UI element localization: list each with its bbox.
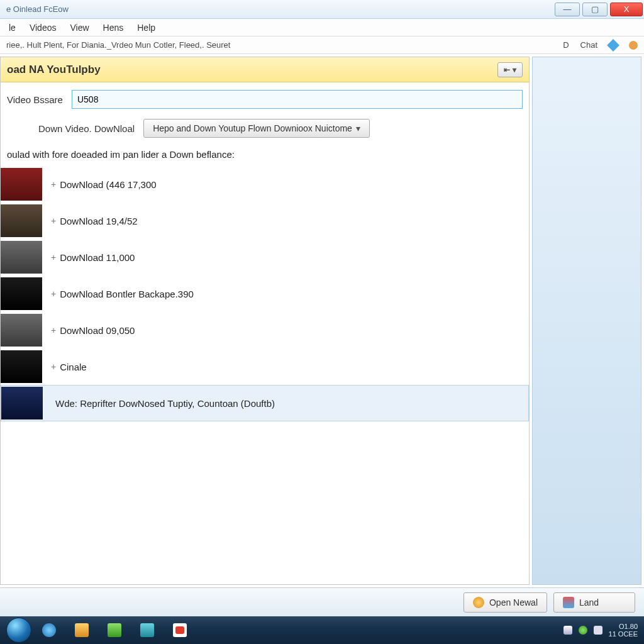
menu-file[interactable]: le xyxy=(9,23,16,33)
taskbar-explorer[interactable] xyxy=(67,619,97,641)
orb-icon[interactable] xyxy=(629,41,638,50)
clock-date: 11 OCEE xyxy=(609,630,638,638)
land-button[interactable]: Land xyxy=(553,592,635,613)
thumbnail-icon xyxy=(1,204,42,237)
list-item[interactable]: + DowNload 11,000 xyxy=(1,239,529,275)
list-item-selected[interactable]: Wde: Reprifter DowNosed Tuptiy, Countoan… xyxy=(1,385,529,421)
menu-view[interactable]: View xyxy=(70,23,89,33)
open-icon xyxy=(473,597,484,608)
window-buttons: — ▢ X xyxy=(553,3,644,16)
diamond-icon[interactable] xyxy=(607,39,619,52)
clock-time: O1.80 xyxy=(609,623,638,630)
menu-hens[interactable]: Hens xyxy=(103,23,124,33)
collapse-button[interactable]: ⇤ ▾ xyxy=(497,62,523,77)
bottom-bar: Open Newal Land xyxy=(0,587,644,616)
start-button[interactable] xyxy=(6,618,31,643)
ie-icon xyxy=(42,623,56,637)
item-label: Wde: Reprifter DowNosed Tuptiy, Countoan… xyxy=(55,398,275,409)
list-item[interactable]: + Cinale xyxy=(1,348,529,385)
folder-icon xyxy=(75,623,89,637)
open-button[interactable]: Open Newal xyxy=(464,592,547,613)
expand-icon[interactable]: + xyxy=(51,216,56,226)
list-item[interactable]: + DowNload 09,050 xyxy=(1,312,529,348)
app-icon xyxy=(108,623,121,637)
taskbar-ie[interactable] xyxy=(34,619,64,641)
download-label[interactable]: Down Video. DowNloal xyxy=(38,123,135,134)
preview-sidebar xyxy=(532,57,641,585)
toolbar: riee,. Hult Plent, For Diania._Vrdeo Mun… xyxy=(0,36,644,54)
expand-icon[interactable]: + xyxy=(51,325,56,335)
expand-icon[interactable]: + xyxy=(51,252,56,262)
land-label: Land xyxy=(579,597,599,608)
toolbar-path: riee,. Hult Plent, For Diania._Vrdeo Mun… xyxy=(6,40,230,50)
volume-icon[interactable] xyxy=(594,626,602,635)
expand-icon[interactable]: + xyxy=(51,179,56,189)
taskbar-app-green[interactable] xyxy=(99,619,130,641)
item-label: DowNload 11,000 xyxy=(60,252,135,263)
thumbnail-icon xyxy=(1,314,42,347)
youtube-icon xyxy=(173,623,187,637)
thumbnail-icon xyxy=(1,350,42,383)
app-icon xyxy=(140,623,154,637)
clock[interactable]: O1.80 11 OCEE xyxy=(609,623,638,638)
open-label: Open Newal xyxy=(489,597,538,608)
menu-help[interactable]: Help xyxy=(137,23,155,33)
network-icon[interactable] xyxy=(579,626,587,635)
list-item[interactable]: + DowNload 19,4/52 xyxy=(1,203,529,239)
quality-dropdown[interactable]: Hepo and Down Youtup Flown Downioox Nuic… xyxy=(143,119,370,138)
item-label: DowNload 09,050 xyxy=(60,325,135,336)
flag-icon[interactable] xyxy=(564,626,572,635)
titlebar: e Oinlead FcEow — ▢ X xyxy=(0,0,644,19)
item-label: DowNload Bontler Backape.390 xyxy=(60,289,194,299)
thumbnail-icon xyxy=(1,277,42,310)
taskbar: O1.80 11 OCEE xyxy=(0,616,644,644)
main-panel: oad NA YouTulpby ⇤ ▾ Video Bssare Down V… xyxy=(0,57,530,585)
land-icon xyxy=(563,597,574,608)
taskbar-youtube[interactable] xyxy=(165,619,195,641)
maximize-button[interactable]: ▢ xyxy=(582,3,608,16)
thumbnail-icon xyxy=(1,241,42,274)
section-header: oad NA YouTulpby ⇤ ▾ xyxy=(1,57,529,82)
url-label: Video Bssare xyxy=(7,94,63,105)
download-list: + DowNload (446 17,300 + DowNload 19,4/5… xyxy=(1,166,529,421)
taskbar-app-cyan[interactable] xyxy=(132,619,162,641)
minimize-button[interactable]: — xyxy=(555,3,580,16)
list-item[interactable]: + DowNload Bontler Backape.390 xyxy=(1,275,529,312)
close-button[interactable]: X xyxy=(610,3,643,16)
window-title: e Oinlead FcEow xyxy=(6,4,69,14)
thumbnail-icon xyxy=(1,387,43,419)
section-title: oad NA YouTulpby xyxy=(7,64,101,76)
expand-icon[interactable]: + xyxy=(51,362,56,372)
menu-videos[interactable]: Videos xyxy=(30,23,57,33)
list-item[interactable]: + DowNload (446 17,300 xyxy=(1,166,529,203)
item-label: DowNload 19,4/52 xyxy=(60,216,137,226)
item-label: DowNload (446 17,300 xyxy=(60,179,156,190)
menubar: le Videos View Hens Help xyxy=(0,19,644,36)
toolbar-d-label[interactable]: D xyxy=(563,40,569,50)
expand-icon[interactable]: + xyxy=(51,289,56,299)
item-label: Cinale xyxy=(60,362,87,372)
thumbnail-icon xyxy=(1,168,42,201)
toolbar-chat-label[interactable]: Chat xyxy=(580,40,597,50)
instruction-text: oulad with fore doeaded im pan lider a D… xyxy=(1,144,529,166)
url-input[interactable] xyxy=(72,90,523,109)
